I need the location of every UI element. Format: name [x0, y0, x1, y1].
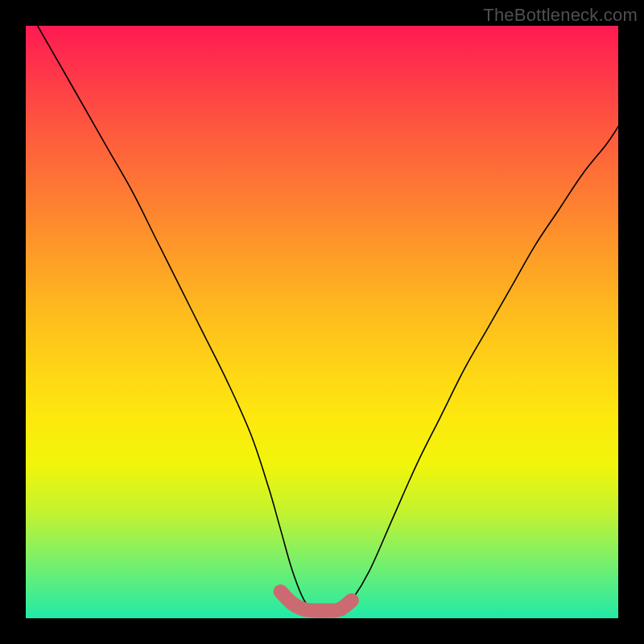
plot-area	[26, 26, 618, 618]
chart-svg	[26, 26, 618, 618]
optimal-band-path	[281, 592, 352, 611]
chart-frame: TheBottleneck.com	[0, 0, 644, 644]
watermark-text: TheBottleneck.com	[483, 5, 638, 26]
bottleneck-curve-path	[38, 26, 618, 613]
